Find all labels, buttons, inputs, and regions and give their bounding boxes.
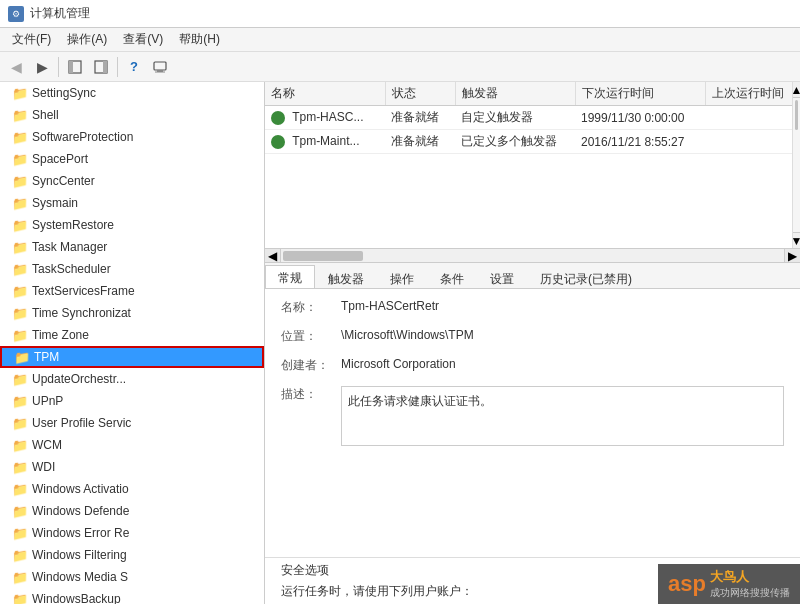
- folder-icon: 📁: [12, 548, 28, 563]
- toolbar-separator-2: [117, 57, 118, 77]
- task-list-scroll[interactable]: 名称 状态 触发器 下次运行时间 上次运行时间 上次...: [265, 82, 792, 248]
- tree-item-textservices[interactable]: 📁 TextServicesFrame: [0, 280, 264, 302]
- question-icon: ?: [130, 59, 138, 74]
- folder-icon: 📁: [12, 482, 28, 497]
- menu-action[interactable]: 操作(A): [59, 29, 115, 50]
- tree-item-spaceport[interactable]: 📁 SpacePort: [0, 148, 264, 170]
- folder-icon: 📁: [12, 306, 28, 321]
- right-scrollbar[interactable]: ▲ ▼: [792, 82, 800, 248]
- tab-triggers[interactable]: 触发器: [315, 266, 377, 288]
- main-layout: 📁 SettingSync 📁 Shell 📁 SoftwareProtecti…: [0, 82, 800, 604]
- tree-item-windowserror[interactable]: 📁 Windows Error Re: [0, 522, 264, 544]
- detail-name-label: 名称：: [281, 299, 341, 316]
- tree-item-taskmanager[interactable]: 📁 Task Manager: [0, 236, 264, 258]
- tree-item-windowsfiltering[interactable]: 📁 Windows Filtering: [0, 544, 264, 566]
- h-scroll-thumb[interactable]: [283, 251, 363, 261]
- col-status[interactable]: 状态: [385, 82, 455, 106]
- folder-icon: 📁: [12, 240, 28, 255]
- computer-icon: [153, 60, 167, 74]
- tree-item-userprofile[interactable]: 📁 User Profile Servic: [0, 412, 264, 434]
- detail-desc-row: 描述： 此任务请求健康认证证书。: [281, 386, 784, 446]
- table-row[interactable]: Tpm-Maint... 准备就绪 已定义多个触发器 2016/11/21 8:…: [265, 130, 792, 154]
- computer-button[interactable]: [148, 56, 172, 78]
- svg-rect-3: [103, 61, 107, 73]
- tree-item-shell[interactable]: 📁 Shell: [0, 104, 264, 126]
- tree-item-timezone[interactable]: 📁 Time Zone: [0, 324, 264, 346]
- tree-item-synccenter[interactable]: 📁 SyncCenter: [0, 170, 264, 192]
- back-button[interactable]: ◀: [4, 56, 28, 78]
- task-status-icon: [271, 111, 285, 125]
- col-name[interactable]: 名称: [265, 82, 385, 106]
- watermark-asp: asp: [668, 571, 706, 597]
- left-panel[interactable]: 📁 SettingSync 📁 Shell 📁 SoftwareProtecti…: [0, 82, 265, 604]
- tab-actions[interactable]: 操作: [377, 266, 427, 288]
- folder-icon: 📁: [12, 394, 28, 409]
- folder-icon: 📁: [12, 570, 28, 585]
- tab-settings[interactable]: 设置: [477, 266, 527, 288]
- tree-item-taskscheduler[interactable]: 📁 TaskScheduler: [0, 258, 264, 280]
- folder-icon: 📁: [12, 526, 28, 541]
- forward-button[interactable]: ▶: [30, 56, 54, 78]
- row1-next-run: 1999/11/30 0:00:00: [575, 106, 705, 130]
- show-hide-button[interactable]: [63, 56, 87, 78]
- folder-icon: 📁: [12, 130, 28, 145]
- tab-history[interactable]: 历史记录(已禁用): [527, 266, 645, 288]
- col-last-run[interactable]: 上次运行时间: [705, 82, 792, 106]
- row1-trigger: 自定义触发器: [455, 106, 575, 130]
- folder-icon: 📁: [12, 504, 28, 519]
- row1-name: Tpm-HASC...: [265, 106, 385, 130]
- scroll-right-arrow[interactable]: ▶: [784, 249, 800, 263]
- tab-general[interactable]: 常规: [265, 265, 315, 288]
- tree-item-softwareprotection[interactable]: 📁 SoftwareProtection: [0, 126, 264, 148]
- toolbar-separator-1: [58, 57, 59, 77]
- table-row[interactable]: Tpm-HASC... 准备就绪 自定义触发器 1999/11/30 0:00:…: [265, 106, 792, 130]
- watermark-site: 大鸟人: [710, 568, 790, 586]
- menu-help[interactable]: 帮助(H): [171, 29, 228, 50]
- tree-item-updateorch[interactable]: 📁 UpdateOrchestr...: [0, 368, 264, 390]
- tree-item-sysmain[interactable]: 📁 Sysmain: [0, 192, 264, 214]
- folder-icon: 📁: [12, 372, 28, 387]
- tree-item-wcm[interactable]: 📁 WCM: [0, 434, 264, 456]
- help-button[interactable]: ?: [122, 56, 146, 78]
- scroll-thumb[interactable]: [795, 100, 798, 130]
- tree-item-tpm[interactable]: 📁 TPM: [0, 346, 264, 368]
- tab-conditions[interactable]: 条件: [427, 266, 477, 288]
- tree-item-wdi[interactable]: 📁 WDI: [0, 456, 264, 478]
- scroll-up-arrow[interactable]: ▲: [793, 82, 800, 98]
- folder-icon: 📁: [12, 174, 28, 189]
- toolbar: ◀ ▶ ?: [0, 52, 800, 82]
- scroll-left-arrow[interactable]: ◀: [265, 249, 281, 263]
- col-trigger[interactable]: 触发器: [455, 82, 575, 106]
- h-scrollbar[interactable]: ◀ ▶: [265, 248, 800, 262]
- col-next-run[interactable]: 下次运行时间: [575, 82, 705, 106]
- tree-item-windowsdefender[interactable]: 📁 Windows Defende: [0, 500, 264, 522]
- row1-last-run: [705, 106, 792, 130]
- tree-item-windowsactivation[interactable]: 📁 Windows Activatio: [0, 478, 264, 500]
- scroll-track: [793, 132, 800, 232]
- menu-file[interactable]: 文件(F): [4, 29, 59, 50]
- folder-icon: 📁: [12, 218, 28, 233]
- tree-item-upnp[interactable]: 📁 UPnP: [0, 390, 264, 412]
- tree-item-settingsync[interactable]: 📁 SettingSync: [0, 82, 264, 104]
- tree-item-windowsmedia[interactable]: 📁 Windows Media S: [0, 566, 264, 588]
- tabs: 常规 触发器 操作 条件 设置 历史记录(已禁用): [265, 263, 800, 289]
- row2-name: Tpm-Maint...: [265, 130, 385, 154]
- tree-item-windowsbackup[interactable]: 📁 WindowsBackup: [0, 588, 264, 604]
- right-panel: 名称 状态 触发器 下次运行时间 上次运行时间 上次...: [265, 82, 800, 604]
- menu-view[interactable]: 查看(V): [115, 29, 171, 50]
- panel2-button[interactable]: [89, 56, 113, 78]
- task-table: 名称 状态 触发器 下次运行时间 上次运行时间 上次...: [265, 82, 792, 154]
- folder-icon: 📁: [12, 262, 28, 277]
- watermark-tagline: 成功网络搜搜传播: [710, 586, 790, 600]
- app-icon: ⚙: [8, 6, 24, 22]
- tree-item-timesync[interactable]: 📁 Time Synchronizat: [0, 302, 264, 324]
- folder-icon: 📁: [12, 416, 28, 431]
- scroll-down-arrow[interactable]: ▼: [793, 232, 800, 248]
- tree-item-systemrestore[interactable]: 📁 SystemRestore: [0, 214, 264, 236]
- task-status-icon: [271, 135, 285, 149]
- detail-location-value: \Microsoft\Windows\TPM: [341, 328, 784, 342]
- row2-trigger: 已定义多个触发器: [455, 130, 575, 154]
- svg-rect-4: [154, 62, 166, 70]
- detail-desc-label: 描述：: [281, 386, 341, 403]
- watermark-text-block: 大鸟人 成功网络搜搜传播: [710, 568, 790, 600]
